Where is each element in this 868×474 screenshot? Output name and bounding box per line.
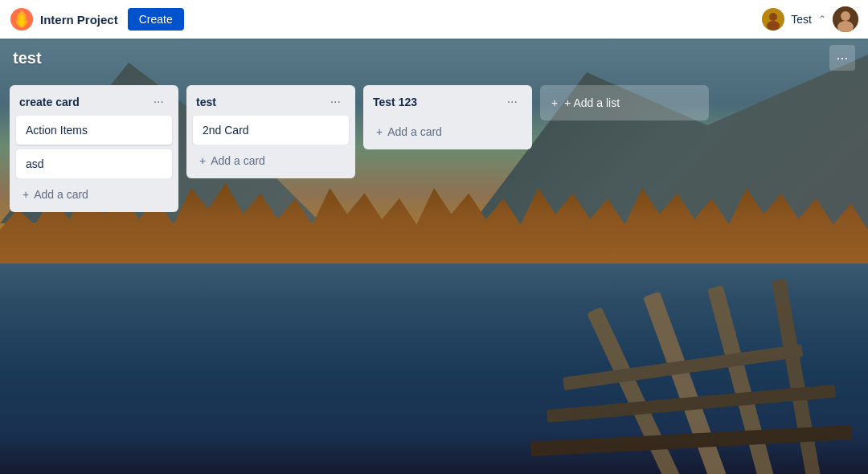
- nav-user-icon: [762, 8, 784, 31]
- navbar: Intern Project Create Test ⌃: [0, 0, 868, 39]
- card-asd[interactable]: asd: [16, 149, 172, 178]
- plus-icon: +: [23, 188, 29, 201]
- app-title: Intern Project: [40, 13, 118, 27]
- lists-container: create card ··· Action Items asd + Add a…: [0, 77, 868, 474]
- list-footer-test: + Add a card: [186, 145, 355, 178]
- svg-point-5: [841, 11, 850, 21]
- card-text: asd: [26, 157, 44, 170]
- list-test: test ··· 2nd Card + Add a card: [186, 85, 355, 178]
- user-silhouette-icon: [762, 8, 784, 31]
- board-options-button[interactable]: ···: [829, 45, 855, 71]
- avatar[interactable]: [833, 6, 858, 32]
- list-header-test: test ···: [186, 85, 355, 116]
- add-card-button-create-card[interactable]: + Add a card: [16, 183, 172, 206]
- list-header-create-card: create card ···: [10, 85, 178, 116]
- caret-icon[interactable]: ⌃: [818, 14, 826, 25]
- board-wrapper: test ··· create card ··· Action Items as…: [0, 39, 868, 474]
- avatar-image: [833, 6, 858, 32]
- list-menu-button-create-card[interactable]: ···: [149, 93, 169, 111]
- add-list-label: + Add a list: [564, 96, 620, 109]
- list-footer-test-123: + Add a card: [363, 116, 532, 149]
- list-title-create-card: create card: [19, 96, 149, 108]
- list-title-test-123: Test 123: [373, 96, 502, 108]
- board-header: test ···: [0, 39, 868, 77]
- add-card-button-test-123[interactable]: + Add a card: [370, 121, 526, 143]
- logo-icon: [10, 7, 34, 31]
- plus-icon: +: [199, 154, 206, 167]
- nav-right: Test ⌃: [762, 6, 858, 32]
- add-card-label: Add a card: [387, 125, 442, 138]
- username-label: Test: [791, 13, 812, 26]
- list-cards-create-card: Action Items asd: [10, 116, 178, 178]
- svg-point-3: [767, 21, 780, 31]
- add-card-button-test[interactable]: + Add a card: [193, 149, 349, 172]
- add-card-label: Add a card: [34, 188, 88, 201]
- plus-icon: +: [376, 125, 383, 138]
- card-2nd-card[interactable]: 2nd Card: [193, 116, 349, 145]
- list-header-test-123: Test 123 ···: [363, 85, 532, 116]
- list-footer-create-card: + Add a card: [10, 178, 178, 212]
- add-card-label: Add a card: [211, 154, 265, 167]
- card-action-items[interactable]: Action Items: [16, 116, 172, 145]
- add-list-button[interactable]: + + Add a list: [540, 85, 709, 121]
- list-title-test: test: [196, 96, 326, 108]
- list-create-card: create card ··· Action Items asd + Add a…: [10, 85, 178, 212]
- card-text: Action Items: [26, 124, 88, 137]
- create-button[interactable]: Create: [128, 8, 184, 31]
- app-logo[interactable]: Intern Project: [10, 7, 118, 31]
- list-menu-button-test[interactable]: ···: [326, 93, 346, 111]
- list-menu-button-test-123[interactable]: ···: [502, 93, 522, 111]
- board-title: test: [13, 49, 42, 67]
- list-test-123: Test 123 ··· + Add a card: [363, 85, 532, 149]
- list-cards-test: 2nd Card: [186, 116, 355, 145]
- plus-icon: +: [551, 96, 558, 109]
- card-text: 2nd Card: [203, 124, 249, 137]
- svg-point-2: [769, 13, 777, 21]
